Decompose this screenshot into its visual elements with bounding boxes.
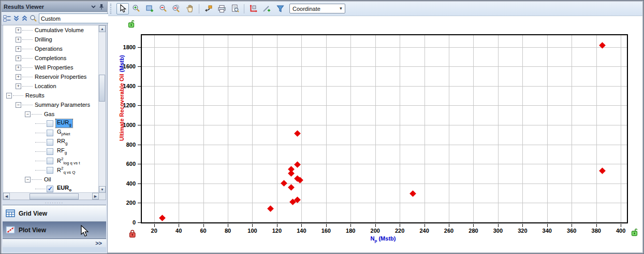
axis-options-icon[interactable] xyxy=(247,3,259,15)
data-point[interactable] xyxy=(288,184,295,191)
data-point[interactable] xyxy=(159,215,166,222)
scroll-left-arrow[interactable]: ◀ xyxy=(3,193,10,200)
zoom-out-icon[interactable] xyxy=(157,3,169,15)
expander-plus-icon[interactable]: + xyxy=(16,55,21,61)
scroll-thumb[interactable] xyxy=(99,75,105,102)
chevron-down-icon[interactable] xyxy=(90,3,97,10)
tree-item-label: GpNet xyxy=(56,129,71,136)
filter-input[interactable] xyxy=(39,13,116,23)
print-icon[interactable] xyxy=(215,3,228,15)
tree-vertical-scrollbar[interactable]: ▲ ▼ xyxy=(98,25,106,193)
y-tick xyxy=(138,125,141,125)
zoom-window-icon[interactable] xyxy=(143,3,156,15)
x-axis-lock-icon[interactable] xyxy=(631,228,640,237)
checkbox-checked[interactable] xyxy=(47,186,53,192)
tree-item[interactable]: +Location xyxy=(3,81,99,91)
data-point[interactable] xyxy=(294,161,301,168)
tree-item[interactable]: +Operations xyxy=(3,44,99,53)
tree-item[interactable]: RFg xyxy=(3,147,99,156)
checkbox-unchecked[interactable] xyxy=(47,120,53,127)
expander-plus-icon[interactable]: + xyxy=(16,27,21,33)
tree-item[interactable]: +Reservoir Properties xyxy=(3,72,99,81)
x-tick xyxy=(277,224,277,227)
scroll-up-arrow[interactable]: ▲ xyxy=(99,25,106,32)
tree-item[interactable]: EURg xyxy=(3,119,99,128)
plot-view-button[interactable]: Plot View xyxy=(3,221,106,239)
data-point[interactable] xyxy=(599,167,606,174)
add-line-icon[interactable] xyxy=(260,3,273,15)
print-preview-icon[interactable] xyxy=(229,3,241,15)
expander-plus-icon[interactable]: + xyxy=(16,37,21,43)
more-views-button[interactable]: >> xyxy=(3,239,106,247)
expander-plus-icon[interactable]: + xyxy=(16,46,21,52)
x-tick-label: 160 xyxy=(321,228,331,234)
toolbar-grip[interactable] xyxy=(110,4,114,14)
data-point[interactable] xyxy=(409,191,416,197)
tree-item[interactable]: GpNet xyxy=(3,128,99,137)
data-point[interactable] xyxy=(288,170,295,177)
tree-item[interactable]: +Well Properties xyxy=(3,63,99,72)
tree-item[interactable]: −Oil xyxy=(3,175,99,184)
tree-horizontal-scrollbar[interactable]: ◀ ▶ xyxy=(3,192,99,200)
gridline-x xyxy=(203,35,204,222)
tree-options-icon[interactable] xyxy=(3,14,11,23)
tree-item[interactable]: −Gas xyxy=(3,109,99,119)
panel-splitter[interactable]: ........ xyxy=(3,200,106,205)
tree-leader xyxy=(32,114,42,115)
y-axis-lock-icon[interactable] xyxy=(128,19,137,29)
pan-icon[interactable] xyxy=(184,3,196,15)
expander-minus-icon[interactable]: − xyxy=(16,102,21,108)
tree-item-label: Cumulative Volume xyxy=(34,27,85,33)
checkbox-unchecked[interactable] xyxy=(47,139,53,146)
tree-item[interactable]: R2log q vs t xyxy=(3,156,99,165)
checkbox-unchecked[interactable] xyxy=(47,130,53,136)
tree-item[interactable]: R2q vs Q xyxy=(3,165,99,175)
tree-item[interactable]: +Cumulative Volume xyxy=(3,25,99,35)
scroll-down-arrow[interactable]: ▼ xyxy=(99,186,106,193)
origin-lock-icon[interactable] xyxy=(129,229,138,238)
unzoom-all-icon[interactable] xyxy=(170,3,183,15)
expander-minus-icon[interactable]: − xyxy=(6,93,12,98)
expander-minus-icon[interactable]: − xyxy=(25,111,31,117)
zoom-in-icon[interactable] xyxy=(130,3,142,15)
filter-icon[interactable] xyxy=(274,3,286,15)
snapshot-icon[interactable] xyxy=(202,3,214,15)
data-point[interactable] xyxy=(267,205,274,212)
tree-item[interactable]: +Drilling xyxy=(3,35,99,44)
expander-plus-icon[interactable]: + xyxy=(16,83,21,89)
dropdown-arrow-icon: ▼ xyxy=(337,4,345,13)
tree-item[interactable]: RRg xyxy=(3,137,99,147)
checkbox-unchecked[interactable] xyxy=(47,167,53,174)
tree-item[interactable]: −Results xyxy=(3,91,99,100)
tree-item[interactable]: EURo xyxy=(3,184,99,193)
scroll-right-arrow[interactable]: ▶ xyxy=(92,193,99,200)
expander-plus-icon[interactable]: + xyxy=(16,74,21,80)
x-tick-label: 280 xyxy=(469,228,478,234)
tree-item[interactable]: −Summary Parameters xyxy=(3,100,99,109)
pin-icon[interactable] xyxy=(97,3,105,10)
collapse-all-icon[interactable] xyxy=(13,14,20,23)
gridline-y xyxy=(142,203,627,203)
checkbox-unchecked[interactable] xyxy=(47,158,53,164)
data-point[interactable] xyxy=(599,42,606,49)
plot-mode-dropdown[interactable]: Coordinate ▼ xyxy=(289,4,345,13)
tree-item[interactable]: +Completions xyxy=(3,53,99,63)
select-icon[interactable] xyxy=(116,3,129,15)
checkbox-unchecked[interactable] xyxy=(47,148,53,155)
gridline-x xyxy=(596,35,597,222)
search-icon[interactable] xyxy=(30,14,37,23)
data-point[interactable] xyxy=(281,180,287,187)
expander-minus-icon[interactable]: − xyxy=(25,177,31,182)
panel-titlebar[interactable]: Results Viewer xyxy=(2,2,107,12)
x-tick xyxy=(449,224,449,227)
grid-view-button[interactable]: Grid View xyxy=(3,205,106,221)
x-tick-label: 220 xyxy=(395,228,404,234)
expand-all-icon[interactable] xyxy=(21,14,28,23)
x-axis-title: Np (Mstb) xyxy=(371,235,396,243)
expander-plus-icon[interactable]: + xyxy=(16,65,21,70)
scroll-thumb[interactable] xyxy=(30,193,79,200)
gridline-x xyxy=(252,35,253,222)
data-point[interactable] xyxy=(294,130,301,137)
plot-view-label: Plot View xyxy=(19,227,46,234)
plot-frame[interactable] xyxy=(141,34,628,223)
